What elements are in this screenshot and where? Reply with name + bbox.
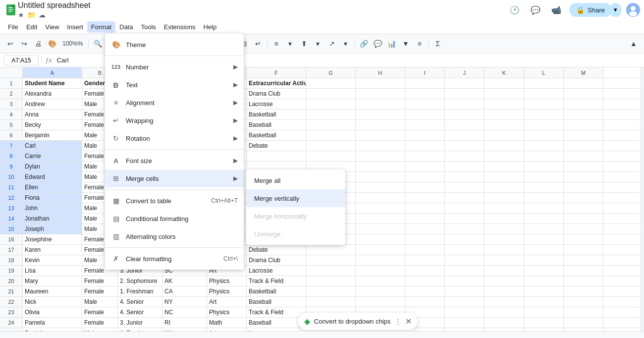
list-item[interactable]: Alexandra: [23, 89, 82, 99]
rotation-caret-icon[interactable]: ▾: [339, 37, 352, 50]
valign-icon[interactable]: ⬆: [298, 37, 311, 50]
list-item[interactable]: [564, 203, 603, 213]
list-item[interactable]: Track & Field: [247, 307, 306, 317]
list-item[interactable]: [405, 214, 445, 224]
list-item[interactable]: Basketball: [247, 110, 306, 119]
list-item[interactable]: [524, 120, 564, 130]
row-number[interactable]: 19: [0, 266, 23, 276]
cell-reference[interactable]: [4, 56, 39, 65]
list-item[interactable]: John: [23, 203, 82, 213]
row-number[interactable]: 8: [0, 151, 23, 161]
list-item[interactable]: Debate: [247, 141, 306, 151]
list-item[interactable]: [524, 286, 564, 296]
list-item[interactable]: Male: [82, 297, 118, 307]
menu-insert[interactable]: Insert: [63, 21, 87, 33]
list-item[interactable]: Baseball: [247, 318, 306, 328]
list-item[interactable]: [356, 245, 405, 255]
list-item[interactable]: [564, 89, 603, 99]
list-item[interactable]: [445, 255, 484, 265]
undo-icon[interactable]: ↩: [4, 37, 17, 50]
list-item[interactable]: [524, 193, 564, 203]
col-header-i[interactable]: I: [405, 67, 445, 78]
list-item[interactable]: [356, 89, 405, 99]
list-item[interactable]: Edward: [23, 172, 82, 182]
list-item[interactable]: Pamela: [23, 318, 82, 328]
list-item[interactable]: [564, 234, 603, 244]
list-item[interactable]: [524, 141, 564, 151]
menu-format[interactable]: Format: [87, 21, 115, 33]
list-item[interactable]: [405, 297, 445, 307]
avatar[interactable]: [626, 3, 640, 17]
list-item[interactable]: [445, 193, 484, 203]
rotation-icon[interactable]: ↗: [325, 37, 338, 50]
list-item[interactable]: [306, 286, 356, 296]
menu-tools[interactable]: Tools: [137, 21, 160, 33]
row-number[interactable]: 13: [0, 203, 23, 213]
list-item[interactable]: [356, 99, 405, 109]
merge-all[interactable]: Merge all: [246, 171, 345, 189]
menu-font-size[interactable]: A Font size ▶: [105, 152, 244, 169]
folder-icon[interactable]: 📁: [27, 11, 36, 19]
list-item[interactable]: Art: [207, 297, 247, 307]
list-item[interactable]: [524, 162, 564, 171]
list-item[interactable]: [445, 120, 484, 130]
col-header-j[interactable]: J: [445, 67, 484, 78]
list-item[interactable]: [405, 151, 445, 161]
list-item[interactable]: [356, 297, 405, 307]
list-item[interactable]: [524, 297, 564, 307]
list-item[interactable]: [405, 255, 445, 265]
list-item[interactable]: [484, 224, 524, 234]
list-item[interactable]: [524, 78, 564, 88]
list-item[interactable]: [564, 182, 603, 192]
row-number[interactable]: 23: [0, 307, 23, 317]
list-item[interactable]: [405, 224, 445, 234]
list-item[interactable]: [306, 99, 356, 109]
list-item[interactable]: [524, 172, 564, 182]
list-item[interactable]: [524, 307, 564, 317]
list-item[interactable]: [484, 172, 524, 182]
col-header-m[interactable]: M: [564, 67, 603, 78]
list-item[interactable]: Karen: [23, 245, 82, 255]
list-item[interactable]: [445, 89, 484, 99]
list-item[interactable]: [524, 318, 564, 328]
list-item[interactable]: [356, 130, 405, 140]
menu-theme[interactable]: 🎨 Theme: [105, 36, 244, 54]
list-item[interactable]: Lacrosse: [247, 99, 306, 109]
wrap-icon[interactable]: ↵: [252, 37, 265, 50]
list-item[interactable]: [445, 286, 484, 296]
list-item[interactable]: [524, 214, 564, 224]
list-item[interactable]: [445, 276, 484, 286]
list-item[interactable]: Debate: [247, 245, 306, 255]
list-item[interactable]: [564, 214, 603, 224]
list-item[interactable]: 1. Freshman: [118, 286, 162, 296]
list-item[interactable]: [524, 89, 564, 99]
list-item[interactable]: Ellen: [23, 182, 82, 192]
list-item[interactable]: [445, 172, 484, 182]
comments-icon[interactable]: 💬: [528, 2, 543, 18]
list-item[interactable]: [564, 266, 603, 276]
list-item[interactable]: Drama Club: [247, 89, 306, 99]
list-item[interactable]: 4. Senior: [118, 307, 162, 317]
list-item[interactable]: [524, 110, 564, 119]
share-caret[interactable]: ▾: [610, 3, 621, 17]
list-item[interactable]: Fiona: [23, 193, 82, 203]
list-item[interactable]: [356, 276, 405, 286]
list-item[interactable]: [484, 318, 524, 328]
list-item[interactable]: [564, 110, 603, 119]
list-item[interactable]: Andrew: [23, 99, 82, 109]
list-item[interactable]: [484, 151, 524, 161]
list-item[interactable]: [484, 276, 524, 286]
list-item[interactable]: Baseball: [247, 297, 306, 307]
list-item[interactable]: [306, 89, 356, 99]
menu-alignment[interactable]: ≡ Alignment ▶: [105, 94, 244, 112]
redo-icon[interactable]: ↪: [18, 37, 31, 50]
list-item[interactable]: [306, 110, 356, 119]
list-item[interactable]: [445, 110, 484, 119]
list-item[interactable]: [356, 151, 405, 161]
filter-views-icon[interactable]: ≡: [413, 37, 426, 50]
functions-icon[interactable]: Σ: [431, 37, 444, 50]
menu-merge-cells[interactable]: ⊞ Merge cells ▶: [105, 169, 244, 187]
list-item[interactable]: [564, 255, 603, 265]
list-item[interactable]: Lisa: [23, 266, 82, 276]
list-item[interactable]: [564, 130, 603, 140]
